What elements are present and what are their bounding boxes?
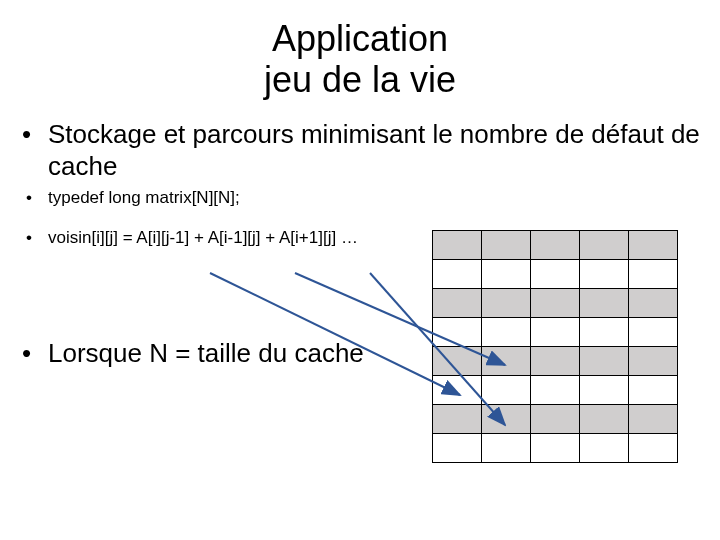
slide-title: Application jeu de la vie — [0, 18, 720, 101]
bullet-typedef: typedef long matrix[N][N]; — [0, 188, 720, 208]
title-line-1: Application — [272, 18, 448, 59]
title-line-2: jeu de la vie — [264, 59, 456, 100]
matrix-table — [432, 230, 678, 463]
bullet-cache-storage: Stockage et parcours minimisant le nombr… — [0, 119, 720, 182]
matrix-grid — [432, 230, 678, 463]
